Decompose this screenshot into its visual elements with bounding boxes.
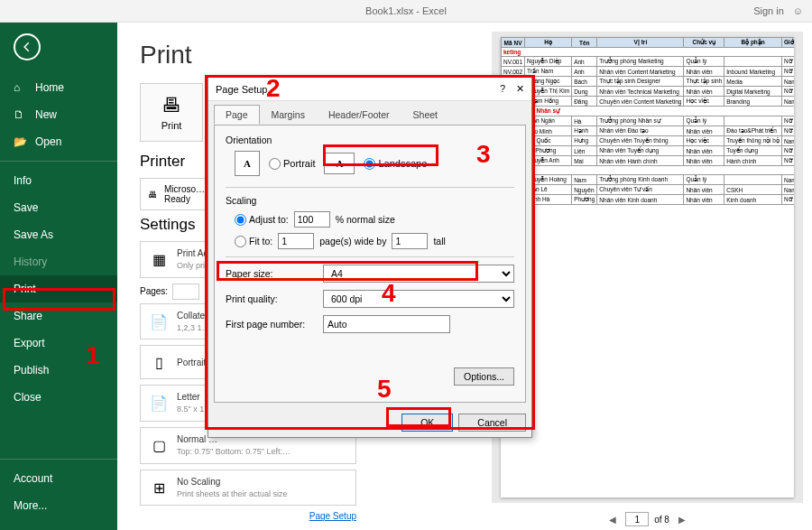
paper-icon: 📄 [148, 393, 170, 414]
home-icon: ⌂ [14, 81, 26, 94]
sidebar-item-export[interactable]: Export [0, 330, 117, 357]
pages-from-input[interactable] [172, 284, 199, 300]
signin-link[interactable]: Sign in [753, 5, 784, 16]
ok-button[interactable]: OK [401, 414, 453, 432]
sidebar-item-history[interactable]: History [0, 248, 117, 275]
portrait-icon: A [235, 151, 260, 176]
new-icon: 🗋 [14, 108, 26, 121]
landscape-icon: A [324, 153, 355, 174]
print-quality-label: Print quality: [226, 293, 316, 304]
sidebar-item-save[interactable]: Save [0, 194, 117, 221]
radio-portrait[interactable]: Portrait [269, 158, 315, 170]
print-quality-select[interactable]: 600 dpi [323, 290, 514, 308]
paper-size-select[interactable]: A4 [323, 265, 514, 283]
cancel-button[interactable]: Cancel [458, 414, 526, 432]
radio-landscape[interactable]: Landscape [364, 158, 427, 170]
page-setup-dialog: Page Setup ? ✕ Page Margins Header/Foote… [208, 77, 532, 438]
sheets-icon: ▦ [148, 248, 170, 270]
sidebar-item-more[interactable]: More... [0, 492, 117, 519]
printer-icon: 🖶 [161, 94, 181, 117]
titlebar: Book1.xlsx - Excel Sign in ☺ [0, 0, 812, 23]
page-number-input[interactable] [625, 512, 649, 526]
back-button[interactable] [14, 33, 41, 60]
dialog-titlebar[interactable]: Page Setup ? ✕ [208, 78, 531, 101]
sidebar-item-print[interactable]: Print [0, 275, 117, 302]
page-of-label: of 8 [654, 515, 669, 525]
paper-size-label: Paper size: [226, 268, 316, 279]
tab-margins[interactable]: Margins [260, 105, 317, 125]
help-icon[interactable]: ? [500, 83, 505, 95]
dialog-body: Orientation A Portrait A Landscape Scali… [214, 125, 526, 403]
sidebar-item-new[interactable]: 🗋New [0, 101, 117, 128]
radio-adjust[interactable]: Adjust to: [235, 214, 289, 226]
setting-scaling[interactable]: ⊞ No ScalingPrint sheets at their actual… [140, 470, 356, 507]
scaling-label: Scaling [226, 195, 514, 206]
preview-nav: ◀ of 8 ▶ [492, 512, 803, 526]
scaling-icon: ⊞ [148, 477, 170, 498]
sidebar-item-account[interactable]: Account [0, 465, 117, 492]
adjust-percent-input[interactable] [294, 211, 330, 228]
print-button[interactable]: 🖶 Print [140, 83, 203, 142]
dialog-title: Page Setup [216, 84, 268, 95]
margins-icon: ▢ [148, 434, 170, 456]
prev-page-button[interactable]: ◀ [605, 515, 620, 525]
tab-page[interactable]: Page [214, 105, 260, 125]
sidebar-item-info[interactable]: Info [0, 167, 117, 194]
page-setup-link[interactable]: Page Setup [140, 511, 356, 521]
sidebar-item-close[interactable]: Close [0, 384, 117, 411]
preview-page: Mã NVHọTênVị tríChức vụBộ phậnGiới tínhN… [501, 37, 794, 497]
orientation-icon: ▯ [148, 351, 170, 373]
preview-table: Mã NVHọTênVị tríChức vụBộ phậnGiới tínhN… [501, 37, 794, 205]
tab-sheet[interactable]: Sheet [401, 105, 449, 125]
dialog-tabs: Page Margins Header/Footer Sheet [208, 101, 531, 125]
options-button[interactable]: Options... [454, 367, 514, 386]
fit-wide-input[interactable] [278, 233, 314, 249]
orientation-label: Orientation [226, 135, 514, 145]
sidebar-item-saveas[interactable]: Save As [0, 221, 117, 248]
open-icon: 📂 [14, 135, 26, 148]
sidebar-item-share[interactable]: Share [0, 302, 117, 330]
next-page-button[interactable]: ▶ [675, 515, 689, 525]
tab-header-footer[interactable]: Header/Footer [317, 105, 401, 125]
sidebar-item-publish[interactable]: Publish [0, 357, 117, 384]
sidebar-item-open[interactable]: 📂Open [0, 128, 117, 155]
fit-tall-input[interactable] [392, 233, 428, 249]
radio-fit[interactable]: Fit to: [235, 236, 272, 247]
first-page-input[interactable] [323, 315, 450, 333]
collate-icon: 📄 [148, 311, 170, 332]
signin-icon[interactable]: ☺ [793, 5, 803, 16]
print-preview: Mã NVHọTênVị tríChức vụBộ phậnGiới tínhN… [492, 32, 803, 503]
app-title: Book1.xlsx - Excel [365, 5, 447, 16]
first-page-label: First page number: [226, 319, 316, 330]
sidebar-item-home[interactable]: ⌂Home [0, 74, 117, 101]
printer-status-icon: 🖶 [148, 190, 157, 200]
backstage-sidebar: ⌂Home 🗋New 📂Open Info Save Save As Histo… [0, 23, 117, 530]
close-icon[interactable]: ✕ [516, 83, 524, 95]
